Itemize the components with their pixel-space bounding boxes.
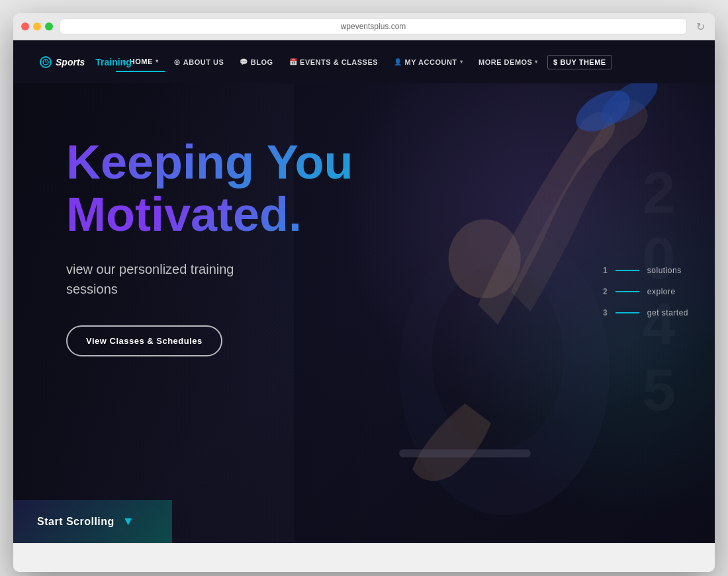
- step-label-3: get started: [647, 308, 688, 317]
- nav-item-demos[interactable]: MORE DEMOS ▾: [472, 53, 545, 71]
- start-scrolling-label: Start Scrolling: [37, 516, 114, 528]
- nav-link-about[interactable]: ◎ ABOUT US: [167, 53, 230, 71]
- browser-window: wpeventsplus.com ↻: [13, 13, 715, 572]
- sidebar-steps: 1 solutions 2 explore 3 get started: [598, 266, 688, 317]
- navbar: Sports Training ⌂ HOME ▾ ◎ ABOUT US: [13, 40, 715, 83]
- nav-item-blog[interactable]: 💬 BLOG: [233, 53, 279, 71]
- step-number-1: 1: [598, 266, 608, 275]
- nav-link-buy[interactable]: $ BUY THEME: [547, 55, 612, 69]
- clock-icon: [42, 59, 49, 65]
- logo-ampersand: [89, 57, 91, 67]
- minimize-button[interactable]: [33, 22, 41, 30]
- address-bar[interactable]: wpeventsplus.com: [60, 19, 687, 34]
- step-label-1: solutions: [647, 266, 682, 275]
- hero-title-line2: Motivated.: [66, 188, 410, 241]
- nav-item-events[interactable]: 📅 EVENTS & CLASSES: [283, 53, 385, 71]
- events-icon: 📅: [289, 58, 298, 65]
- nav-link-demos[interactable]: MORE DEMOS ▾: [472, 53, 545, 71]
- site-wrapper: 2 0 4 5 Sports Training: [13, 40, 715, 543]
- hero-subtitle: view our personlized training sessions: [66, 259, 318, 299]
- nav-links: ⌂ HOME ▾ ◎ ABOUT US 💬 BLOG: [116, 52, 612, 72]
- blog-icon: 💬: [240, 58, 248, 65]
- logo-icon: [40, 56, 52, 68]
- maximize-button[interactable]: [45, 22, 53, 30]
- dollar-icon: $: [553, 58, 558, 66]
- nav-link-events[interactable]: 📅 EVENTS & CLASSES: [283, 53, 385, 71]
- account-dropdown-arrow: ▾: [460, 59, 463, 65]
- step-label-2: explore: [647, 287, 676, 296]
- browser-chrome: wpeventsplus.com ↻: [13, 13, 715, 40]
- site-logo[interactable]: Sports Training: [40, 56, 132, 68]
- cta-button[interactable]: View Classes & Schedules: [66, 325, 222, 356]
- step-line-2: [615, 291, 639, 292]
- demos-dropdown-arrow: ▾: [535, 59, 538, 65]
- hero-content: Keeping You Motivated. view our personli…: [13, 83, 715, 396]
- close-button[interactable]: [21, 22, 29, 30]
- about-icon: ◎: [174, 58, 181, 65]
- account-icon: 👤: [394, 58, 402, 65]
- hero-title: Keeping You Motivated.: [66, 136, 410, 241]
- nav-item-about[interactable]: ◎ ABOUT US: [167, 53, 230, 71]
- nav-item-account[interactable]: 👤 MY ACCOUNT ▾: [387, 53, 469, 71]
- logo-training: Training: [95, 57, 131, 67]
- step-line-1: [615, 270, 639, 271]
- bottom-bar: [13, 543, 715, 572]
- traffic-lights: [21, 22, 53, 30]
- step-number-3: 3: [598, 308, 608, 317]
- nav-item-buy[interactable]: $ BUY THEME: [547, 55, 612, 69]
- url-text: wpeventsplus.com: [341, 22, 406, 31]
- step-item-3: 3 get started: [598, 308, 688, 317]
- start-scrolling-button[interactable]: Start Scrolling ▼: [13, 500, 172, 543]
- reload-button[interactable]: ↻: [694, 20, 707, 33]
- step-item-1: 1 solutions: [598, 266, 688, 275]
- step-line-3: [615, 312, 639, 313]
- nav-link-blog[interactable]: 💬 BLOG: [233, 53, 279, 71]
- scroll-down-icon: ▼: [122, 514, 134, 528]
- hero-title-line1: Keeping You: [66, 136, 410, 188]
- logo-sports: Sports: [56, 57, 85, 67]
- step-item-2: 2 explore: [598, 287, 688, 296]
- nav-link-account[interactable]: 👤 MY ACCOUNT ▾: [387, 53, 469, 71]
- step-number-2: 2: [598, 287, 608, 296]
- home-dropdown-arrow: ▾: [156, 58, 159, 64]
